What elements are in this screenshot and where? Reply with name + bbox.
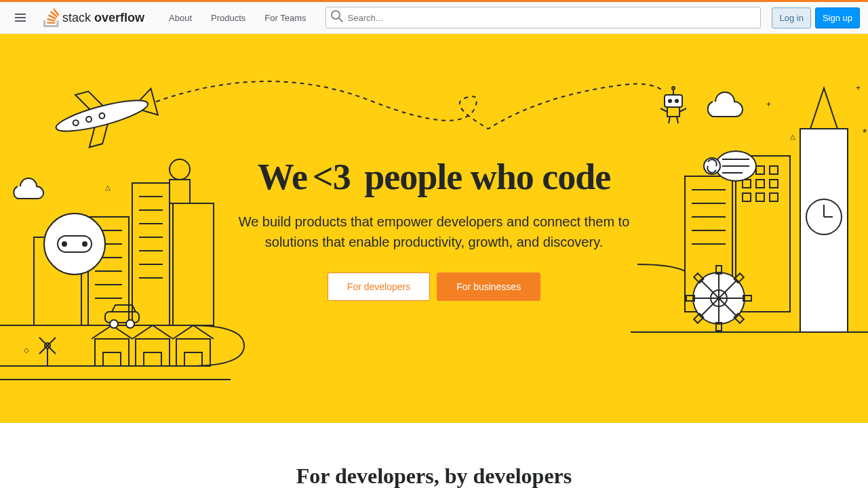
svg-rect-66 xyxy=(743,180,751,188)
svg-text:*: * xyxy=(863,127,867,139)
hero-subtitle: We build products that empower developer… xyxy=(231,211,637,252)
svg-text:△: △ xyxy=(105,184,111,191)
svg-rect-65 xyxy=(770,166,778,174)
svg-text:+: + xyxy=(766,100,771,109)
svg-rect-28 xyxy=(184,352,202,366)
svg-rect-68 xyxy=(770,180,778,188)
svg-line-50 xyxy=(669,117,670,123)
stackoverflow-icon xyxy=(43,8,60,27)
for-businesses-button[interactable]: For businesses xyxy=(437,272,540,301)
developers-section: For developers, by developers xyxy=(0,423,868,488)
svg-point-72 xyxy=(715,151,756,181)
svg-rect-53 xyxy=(736,156,790,312)
hamburger-icon xyxy=(15,14,26,22)
svg-point-32 xyxy=(45,343,50,348)
search-container xyxy=(326,7,762,28)
search-input[interactable] xyxy=(326,7,762,28)
main-header: stack overflow About Products For Teams … xyxy=(0,2,868,34)
svg-point-55 xyxy=(806,199,842,235)
svg-rect-18 xyxy=(170,180,190,203)
svg-rect-20 xyxy=(58,236,92,252)
svg-rect-82 xyxy=(743,296,751,301)
svg-rect-70 xyxy=(756,193,764,201)
nav-products[interactable]: Products xyxy=(203,9,254,27)
heart-icon: <3 xyxy=(313,157,351,197)
svg-rect-0 xyxy=(88,217,129,325)
svg-rect-67 xyxy=(756,180,764,188)
svg-point-31 xyxy=(126,320,134,328)
svg-rect-86 xyxy=(734,314,744,323)
svg-rect-54 xyxy=(800,129,848,332)
hero-content: We<3 people who code We build products t… xyxy=(217,156,651,301)
svg-text:◇: ◇ xyxy=(24,346,29,354)
svg-point-17 xyxy=(170,159,190,180)
svg-rect-83 xyxy=(734,273,744,283)
svg-point-41 xyxy=(98,113,105,119)
hero-title: We<3 people who code xyxy=(231,156,637,198)
nav-teams[interactable]: For Teams xyxy=(256,9,314,27)
svg-point-44 xyxy=(675,100,678,102)
search-icon xyxy=(331,10,343,25)
svg-rect-24 xyxy=(136,339,170,366)
svg-rect-1 xyxy=(132,183,170,325)
svg-line-51 xyxy=(677,117,678,123)
svg-rect-47 xyxy=(667,107,679,117)
svg-point-19 xyxy=(44,214,105,274)
svg-line-36 xyxy=(39,346,47,354)
svg-rect-52 xyxy=(685,176,732,312)
svg-rect-3 xyxy=(34,237,81,325)
svg-point-43 xyxy=(669,100,671,102)
signup-button[interactable]: Sign up xyxy=(815,7,860,28)
svg-point-40 xyxy=(85,116,92,123)
hero-cta-group: For developers For businesses xyxy=(231,272,637,301)
auth-buttons: Log in Sign up xyxy=(772,7,860,28)
hero-section: + + * △ △ ◇ We<3 people who code We buil… xyxy=(0,34,868,423)
svg-point-78 xyxy=(711,290,727,306)
svg-point-77 xyxy=(693,272,745,324)
svg-point-38 xyxy=(54,94,150,137)
svg-line-37 xyxy=(47,346,56,354)
login-button[interactable]: Log in xyxy=(772,7,810,28)
for-developers-button[interactable]: For developers xyxy=(328,272,430,301)
top-nav: About Products For Teams xyxy=(161,9,314,27)
hamburger-menu-button[interactable] xyxy=(8,5,33,30)
svg-rect-85 xyxy=(694,273,703,283)
svg-point-21 xyxy=(62,242,66,246)
svg-point-76 xyxy=(704,158,720,174)
svg-point-22 xyxy=(83,242,87,246)
svg-rect-79 xyxy=(716,266,722,274)
svg-line-48 xyxy=(660,108,667,112)
svg-line-35 xyxy=(47,338,56,346)
svg-rect-25 xyxy=(176,339,210,366)
svg-text:+: + xyxy=(856,83,861,93)
svg-rect-63 xyxy=(743,166,751,174)
svg-line-90 xyxy=(701,280,737,317)
svg-rect-26 xyxy=(103,352,121,366)
svg-rect-84 xyxy=(694,314,703,323)
svg-line-89 xyxy=(701,280,737,317)
svg-rect-71 xyxy=(770,193,778,201)
svg-rect-29 xyxy=(105,312,139,323)
site-logo[interactable]: stack overflow xyxy=(43,8,144,27)
svg-point-30 xyxy=(110,320,118,328)
svg-rect-64 xyxy=(756,166,764,174)
svg-line-49 xyxy=(679,108,686,112)
svg-rect-23 xyxy=(95,339,129,366)
svg-rect-80 xyxy=(716,323,722,331)
svg-rect-27 xyxy=(144,352,161,366)
svg-text:△: △ xyxy=(790,133,795,140)
svg-line-34 xyxy=(39,338,47,346)
svg-rect-69 xyxy=(743,193,751,201)
svg-rect-81 xyxy=(686,296,694,301)
logo-text: stack overflow xyxy=(62,11,144,25)
svg-point-46 xyxy=(672,87,675,89)
svg-rect-2 xyxy=(173,203,214,325)
nav-about[interactable]: About xyxy=(161,9,200,27)
svg-point-39 xyxy=(73,119,79,126)
svg-rect-42 xyxy=(665,95,682,107)
section2-title: For developers, by developers xyxy=(14,464,854,488)
